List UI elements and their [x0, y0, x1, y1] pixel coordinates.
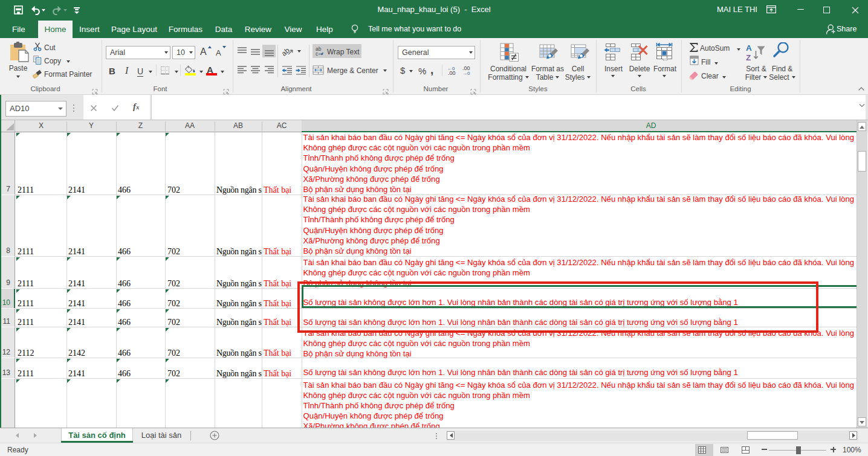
- svg-text:.00: .00: [448, 70, 456, 75]
- svg-text:A: A: [746, 43, 752, 53]
- svg-text:ab: ab: [282, 46, 291, 57]
- svg-text:→0: →0: [462, 71, 470, 75]
- svg-text:Z: Z: [746, 53, 751, 62]
